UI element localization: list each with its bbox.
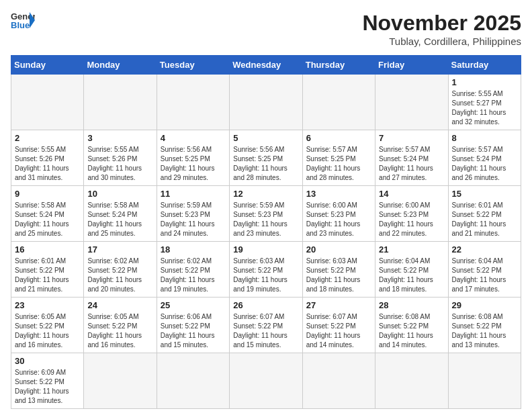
month-title: November 2025 [362,11,521,36]
day-number: 12 [233,189,298,199]
day-number: 3 [87,133,152,143]
day-number: 11 [161,189,226,199]
calendar-week-6: 30Sunrise: 6:09 AM Sunset: 5:22 PM Dayli… [11,353,521,409]
calendar-cell: 7Sunrise: 5:57 AM Sunset: 5:24 PM Daylig… [375,130,448,186]
day-info: Sunrise: 6:03 AM Sunset: 5:22 PM Dayligh… [233,257,298,294]
calendar-cell: 22Sunrise: 6:04 AM Sunset: 5:22 PM Dayli… [448,242,521,298]
day-info: Sunrise: 5:59 AM Sunset: 5:23 PM Dayligh… [161,201,226,238]
calendar-cell [302,353,375,409]
calendar-cell: 30Sunrise: 6:09 AM Sunset: 5:22 PM Dayli… [11,353,84,409]
column-header-friday: Friday [375,56,448,75]
day-number: 25 [161,300,226,310]
calendar-cell: 29Sunrise: 6:08 AM Sunset: 5:22 PM Dayli… [448,298,521,353]
day-info: Sunrise: 5:59 AM Sunset: 5:23 PM Dayligh… [233,201,298,238]
calendar-cell: 12Sunrise: 5:59 AM Sunset: 5:23 PM Dayli… [230,186,302,242]
day-number: 1 [452,77,517,87]
calendar-cell: 6Sunrise: 5:57 AM Sunset: 5:25 PM Daylig… [302,130,375,186]
calendar-cell [230,353,302,409]
calendar-cell: 25Sunrise: 6:06 AM Sunset: 5:22 PM Dayli… [157,298,229,353]
column-header-saturday: Saturday [448,56,521,75]
calendar-cell: 21Sunrise: 6:04 AM Sunset: 5:22 PM Dayli… [375,242,448,298]
day-info: Sunrise: 6:09 AM Sunset: 5:22 PM Dayligh… [15,368,80,406]
day-number: 10 [87,189,152,199]
calendar-cell: 28Sunrise: 6:08 AM Sunset: 5:22 PM Dayli… [375,298,448,353]
calendar-cell [375,353,448,409]
day-number: 16 [15,244,80,255]
day-info: Sunrise: 6:07 AM Sunset: 5:22 PM Dayligh… [306,312,371,350]
day-number: 26 [233,300,298,310]
day-number: 4 [161,133,226,143]
day-number: 24 [87,300,152,310]
calendar-cell: 2Sunrise: 5:55 AM Sunset: 5:26 PM Daylig… [11,130,84,186]
day-info: Sunrise: 6:05 AM Sunset: 5:22 PM Dayligh… [87,312,152,350]
calendar-week-2: 2Sunrise: 5:55 AM Sunset: 5:26 PM Daylig… [11,130,521,186]
day-number: 29 [452,300,517,310]
calendar-cell [448,353,521,409]
day-number: 6 [306,133,371,143]
day-number: 27 [306,300,371,310]
day-number: 30 [15,356,80,366]
day-info: Sunrise: 6:03 AM Sunset: 5:22 PM Dayligh… [306,257,371,294]
calendar-week-5: 23Sunrise: 6:05 AM Sunset: 5:22 PM Dayli… [11,298,521,353]
day-info: Sunrise: 5:57 AM Sunset: 5:25 PM Dayligh… [306,145,371,183]
day-info: Sunrise: 6:01 AM Sunset: 5:22 PM Dayligh… [452,201,517,238]
day-number: 14 [379,189,444,199]
day-info: Sunrise: 5:55 AM Sunset: 5:26 PM Dayligh… [15,145,80,183]
calendar-cell [157,75,229,130]
calendar: SundayMondayTuesdayWednesdayThursdayFrid… [11,55,521,409]
column-header-monday: Monday [84,56,157,75]
calendar-cell [157,353,229,409]
day-info: Sunrise: 5:57 AM Sunset: 5:24 PM Dayligh… [452,145,517,183]
day-number: 2 [15,133,80,143]
day-info: Sunrise: 5:58 AM Sunset: 5:24 PM Dayligh… [87,201,152,238]
location-title: Tublay, Cordillera, Philippines [362,36,521,47]
calendar-cell: 15Sunrise: 6:01 AM Sunset: 5:22 PM Dayli… [448,186,521,242]
day-info: Sunrise: 5:55 AM Sunset: 5:27 PM Dayligh… [452,89,517,127]
calendar-cell: 13Sunrise: 6:00 AM Sunset: 5:23 PM Dayli… [302,186,375,242]
day-info: Sunrise: 6:01 AM Sunset: 5:22 PM Dayligh… [15,257,80,294]
calendar-cell: 26Sunrise: 6:07 AM Sunset: 5:22 PM Dayli… [230,298,302,353]
calendar-cell: 1Sunrise: 5:55 AM Sunset: 5:27 PM Daylig… [448,75,521,130]
logo-icon: General Blue [11,11,35,30]
calendar-week-4: 16Sunrise: 6:01 AM Sunset: 5:22 PM Dayli… [11,242,521,298]
day-info: Sunrise: 5:56 AM Sunset: 5:25 PM Dayligh… [233,145,298,183]
calendar-cell [84,353,157,409]
calendar-cell: 4Sunrise: 5:56 AM Sunset: 5:25 PM Daylig… [157,130,229,186]
day-info: Sunrise: 5:57 AM Sunset: 5:24 PM Dayligh… [379,145,444,183]
day-number: 23 [15,300,80,310]
column-header-sunday: Sunday [11,56,84,75]
day-info: Sunrise: 6:02 AM Sunset: 5:22 PM Dayligh… [87,257,152,294]
calendar-cell [11,75,84,130]
day-number: 18 [161,244,226,255]
day-info: Sunrise: 6:00 AM Sunset: 5:23 PM Dayligh… [379,201,444,238]
day-info: Sunrise: 6:05 AM Sunset: 5:22 PM Dayligh… [15,312,80,350]
calendar-cell [84,75,157,130]
day-number: 8 [452,133,517,143]
day-info: Sunrise: 6:06 AM Sunset: 5:22 PM Dayligh… [161,312,226,350]
day-number: 28 [379,300,444,310]
day-info: Sunrise: 6:04 AM Sunset: 5:22 PM Dayligh… [452,257,517,294]
calendar-cell: 5Sunrise: 5:56 AM Sunset: 5:25 PM Daylig… [230,130,302,186]
calendar-cell: 8Sunrise: 5:57 AM Sunset: 5:24 PM Daylig… [448,130,521,186]
calendar-cell: 14Sunrise: 6:00 AM Sunset: 5:23 PM Dayli… [375,186,448,242]
calendar-week-1: 1Sunrise: 5:55 AM Sunset: 5:27 PM Daylig… [11,75,521,130]
header: General Blue November 2025 Tublay, Cordi… [11,11,521,47]
calendar-cell: 24Sunrise: 6:05 AM Sunset: 5:22 PM Dayli… [84,298,157,353]
day-info: Sunrise: 6:08 AM Sunset: 5:22 PM Dayligh… [452,312,517,350]
calendar-cell: 3Sunrise: 5:55 AM Sunset: 5:26 PM Daylig… [84,130,157,186]
column-header-wednesday: Wednesday [230,56,302,75]
calendar-cell: 17Sunrise: 6:02 AM Sunset: 5:22 PM Dayli… [84,242,157,298]
day-number: 13 [306,189,371,199]
day-number: 9 [15,189,80,199]
day-info: Sunrise: 5:55 AM Sunset: 5:26 PM Dayligh… [87,145,152,183]
calendar-cell [375,75,448,130]
calendar-cell: 27Sunrise: 6:07 AM Sunset: 5:22 PM Dayli… [302,298,375,353]
calendar-cell: 11Sunrise: 5:59 AM Sunset: 5:23 PM Dayli… [157,186,229,242]
day-number: 19 [233,244,298,255]
logo: General Blue [11,11,35,30]
calendar-cell [302,75,375,130]
day-info: Sunrise: 6:08 AM Sunset: 5:22 PM Dayligh… [379,312,444,350]
column-header-tuesday: Tuesday [157,56,229,75]
day-number: 17 [87,244,152,255]
calendar-cell: 16Sunrise: 6:01 AM Sunset: 5:22 PM Dayli… [11,242,84,298]
